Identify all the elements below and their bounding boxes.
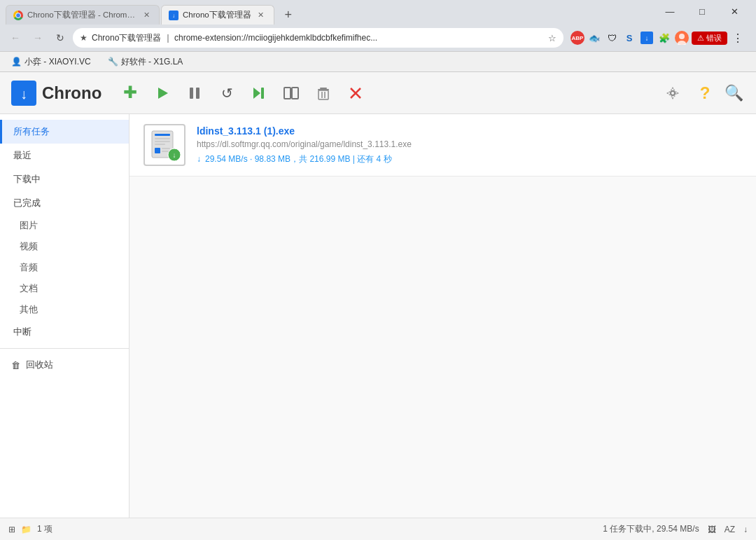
settings-button[interactable] bbox=[658, 78, 687, 108]
main-content: 所有任务 最近 下载中 已完成 图片 视频 音频 bbox=[0, 114, 756, 518]
sidebar-item-other[interactable]: 其他 bbox=[0, 299, 129, 320]
bookmarks-bar: 👤 小弈 - XIAOYI.VC 🔧 好软件 - X1G.LA bbox=[0, 51, 756, 72]
error-badge[interactable]: ⚠ 错误 bbox=[692, 32, 727, 45]
stop-button[interactable] bbox=[341, 78, 370, 108]
download-filename: ldinst_3.113.1 (1).exe bbox=[197, 125, 742, 137]
address-text: Chrono下载管理器 ｜ chrome-extension://mciiogi… bbox=[92, 32, 544, 44]
status-task-info: 1 任务下载中, 29.54 MB/s bbox=[603, 523, 699, 535]
tab-2[interactable]: ↓ Chrono下载管理器 ✕ bbox=[161, 5, 274, 25]
sidebar-audio-label: 音频 bbox=[20, 262, 38, 272]
sidebar-item-docs[interactable]: 文档 bbox=[0, 278, 129, 299]
status-bar: ⊞ 📁 1 项 1 任务下载中, 29.54 MB/s 🖼 AZ ↓ bbox=[0, 518, 756, 540]
sidebar-other-label: 其他 bbox=[20, 304, 38, 314]
add-task-button[interactable]: ✚ bbox=[115, 78, 145, 108]
address-field[interactable]: ★ Chrono下载管理器 ｜ chrome-extension://mciio… bbox=[73, 28, 564, 48]
tab2-title: Chrono下载管理器 bbox=[183, 10, 251, 20]
pause-button[interactable] bbox=[180, 78, 209, 108]
ext-icon-1[interactable]: 🐟 bbox=[587, 30, 602, 46]
bookmark-2[interactable]: 🔧 好软件 - X1G.LA bbox=[104, 55, 188, 69]
svg-text:↓: ↓ bbox=[645, 34, 649, 42]
delete-button[interactable] bbox=[309, 78, 338, 108]
status-extra-icon: ↓ bbox=[743, 525, 748, 534]
app-toolbar: ↓ Chrono ✚ ↺ bbox=[0, 72, 756, 114]
forward-button[interactable]: → bbox=[28, 28, 48, 48]
tab2-close[interactable]: ✕ bbox=[255, 10, 267, 21]
status-right: 1 任务下载中, 29.54 MB/s 🖼 AZ ↓ bbox=[603, 523, 748, 535]
svg-rect-29 bbox=[155, 141, 170, 142]
sidebar-divider bbox=[0, 348, 129, 349]
sidebar-images-label: 图片 bbox=[20, 220, 38, 230]
new-tab-button[interactable]: + bbox=[279, 5, 298, 25]
svg-rect-16 bbox=[292, 88, 298, 99]
minimize-button[interactable]: — bbox=[654, 1, 686, 22]
svg-rect-17 bbox=[320, 88, 327, 89]
sidebar-trash[interactable]: 🗑 回收站 bbox=[0, 353, 129, 377]
avatar-icon[interactable] bbox=[674, 30, 690, 46]
split-view-button[interactable] bbox=[276, 78, 306, 108]
svg-text:✚: ✚ bbox=[123, 83, 137, 102]
sidebar-item-downloading[interactable]: 下载中 bbox=[0, 167, 129, 191]
sidebar-item-paused[interactable]: 中断 bbox=[0, 320, 129, 344]
sidebar-item-video[interactable]: 视频 bbox=[0, 236, 129, 257]
download-info: ldinst_3.113.1 (1).exe https://dl.softmg… bbox=[197, 125, 742, 165]
extension-icons: ABP 🐟 🛡 S ↓ 🧩 ⚠ 错误 bbox=[566, 29, 750, 46]
svg-rect-12 bbox=[196, 88, 200, 99]
status-grid-icon: ⊞ bbox=[8, 525, 15, 534]
sidebar-item-images[interactable]: 图片 bbox=[0, 215, 129, 236]
sidebar-docs-label: 文档 bbox=[20, 283, 38, 293]
back-button[interactable]: ← bbox=[6, 28, 25, 48]
error-icon: ⚠ bbox=[697, 34, 704, 43]
tab1-favicon bbox=[13, 11, 23, 20]
tab-1[interactable]: Chrono下载管理器 - Chrome 扩 ✕ bbox=[6, 5, 160, 25]
svg-rect-15 bbox=[284, 88, 290, 99]
download-progress: ↓ 29.54 MB/s · 98.83 MB，共 216.99 MB | 还有… bbox=[197, 153, 742, 165]
download-list: ↓ ldinst_3.113.1 (1).exe https://dl.soft… bbox=[130, 114, 756, 518]
search-button[interactable]: 🔍 bbox=[722, 82, 745, 104]
tab1-title: Chrono下载管理器 - Chrome 扩 bbox=[27, 10, 136, 20]
sidebar-item-audio[interactable]: 音频 bbox=[0, 257, 129, 278]
svg-rect-27 bbox=[155, 134, 170, 136]
browser-window: Chrono下载管理器 - Chrome 扩 ✕ ↓ Chrono下载管理器 ✕… bbox=[0, 0, 756, 540]
browser-menu-button[interactable]: ⋮ bbox=[729, 29, 746, 46]
sidebar-video-label: 视频 bbox=[20, 241, 38, 251]
app-logo-icon: ↓ bbox=[11, 81, 36, 106]
sidebar-completed-label: 已完成 bbox=[13, 198, 41, 208]
sidebar-item-completed[interactable]: 已完成 bbox=[0, 191, 129, 215]
ext-icon-download[interactable]: ↓ bbox=[639, 30, 654, 46]
tab2-favicon: ↓ bbox=[169, 11, 178, 20]
svg-rect-11 bbox=[190, 88, 193, 99]
app-container: ↓ Chrono ✚ ↺ bbox=[0, 72, 756, 540]
sidebar: 所有任务 最近 下载中 已完成 图片 视频 音频 bbox=[0, 114, 130, 518]
bookmark1-label: 小弈 - XIAOYI.VC bbox=[24, 56, 91, 68]
ext-icon-s[interactable]: S bbox=[622, 30, 637, 46]
reload-button[interactable]: ↻ bbox=[50, 28, 70, 48]
sidebar-downloading-label: 下载中 bbox=[13, 174, 41, 184]
puzzle-icon[interactable]: 🧩 bbox=[657, 30, 672, 46]
status-items-count: 1 项 bbox=[37, 523, 52, 535]
ext-icon-2[interactable]: 🛡 bbox=[604, 30, 620, 46]
progress-text: 29.54 MB/s · 98.83 MB，共 216.99 MB | 还有 4… bbox=[205, 153, 392, 165]
status-left: ⊞ 📁 1 项 bbox=[8, 523, 597, 535]
resume-button[interactable] bbox=[244, 78, 274, 108]
sidebar-item-recent[interactable]: 最近 bbox=[0, 144, 129, 167]
tab1-close[interactable]: ✕ bbox=[141, 10, 152, 21]
svg-rect-31 bbox=[155, 148, 160, 153]
refresh-button[interactable]: ↺ bbox=[212, 78, 241, 108]
app-name: Chrono bbox=[42, 83, 102, 103]
title-bar: Chrono下载管理器 - Chrome 扩 ✕ ↓ Chrono下载管理器 ✕… bbox=[0, 0, 756, 25]
download-item[interactable]: ↓ ldinst_3.113.1 (1).exe https://dl.soft… bbox=[130, 114, 756, 176]
bookmark2-label: 好软件 - X1G.LA bbox=[121, 56, 183, 68]
bookmark-1[interactable]: 👤 小弈 - XIAOYI.VC bbox=[7, 55, 95, 69]
download-thumbnail: ↓ bbox=[144, 124, 186, 166]
sidebar-paused-label: 中断 bbox=[13, 326, 31, 337]
error-label: 错误 bbox=[706, 33, 722, 43]
download-url: https://dl.softmgr.qq.com/original/game/… bbox=[197, 139, 742, 149]
start-button[interactable] bbox=[148, 78, 177, 108]
bookmark-icon[interactable]: ☆ bbox=[548, 33, 556, 43]
svg-marker-10 bbox=[158, 88, 168, 99]
help-button[interactable]: ? bbox=[690, 78, 720, 108]
sidebar-item-all[interactable]: 所有任务 bbox=[0, 120, 129, 144]
maximize-button[interactable]: □ bbox=[686, 1, 718, 22]
close-button[interactable]: ✕ bbox=[718, 1, 750, 22]
abp-icon[interactable]: ABP bbox=[570, 31, 584, 45]
